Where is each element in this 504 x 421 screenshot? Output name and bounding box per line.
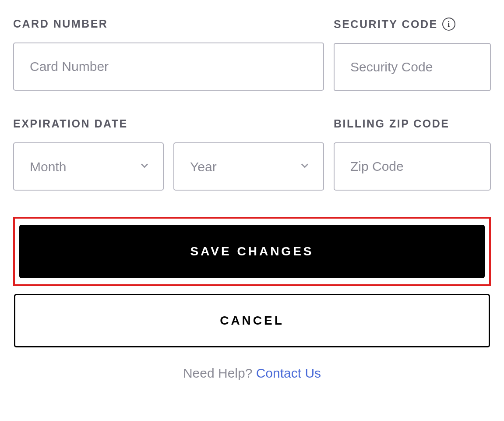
month-select-wrapper: Month xyxy=(13,142,164,191)
security-code-input[interactable] xyxy=(334,43,491,91)
zip-label-row: BILLING ZIP CODE xyxy=(334,117,491,130)
zip-input[interactable] xyxy=(334,142,491,191)
card-number-group: CARD NUMBER xyxy=(13,18,324,91)
contact-us-link[interactable]: Contact Us xyxy=(256,366,321,380)
expiration-label: EXPIRATION DATE xyxy=(13,117,128,130)
card-number-label: CARD NUMBER xyxy=(13,18,108,30)
zip-group: BILLING ZIP CODE xyxy=(334,117,491,191)
security-code-label: SECURITY CODE xyxy=(334,18,438,31)
card-security-row: CARD NUMBER SECURITY CODE i xyxy=(13,18,491,91)
card-number-label-row: CARD NUMBER xyxy=(13,18,324,30)
help-prompt: Need Help? xyxy=(183,366,256,380)
month-select[interactable]: Month xyxy=(13,142,164,191)
year-select[interactable]: Year xyxy=(173,142,324,191)
security-code-label-row: SECURITY CODE i xyxy=(334,18,491,31)
security-code-group: SECURITY CODE i xyxy=(334,18,491,91)
expiration-label-row: EXPIRATION DATE xyxy=(13,117,324,130)
year-select-wrapper: Year xyxy=(173,142,324,191)
help-row: Need Help? Contact Us xyxy=(13,366,491,381)
save-changes-button[interactable]: SAVE CHANGES xyxy=(19,225,485,278)
expiration-group: EXPIRATION DATE Month Year xyxy=(13,117,324,191)
save-highlight-box: SAVE CHANGES xyxy=(13,217,491,286)
expiration-select-row: Month Year xyxy=(13,142,324,191)
card-number-input[interactable] xyxy=(13,42,324,91)
info-icon[interactable]: i xyxy=(442,18,455,31)
zip-label: BILLING ZIP CODE xyxy=(334,117,450,130)
expiration-zip-row: EXPIRATION DATE Month Year xyxy=(13,117,491,191)
cancel-button[interactable]: CANCEL xyxy=(14,294,490,347)
